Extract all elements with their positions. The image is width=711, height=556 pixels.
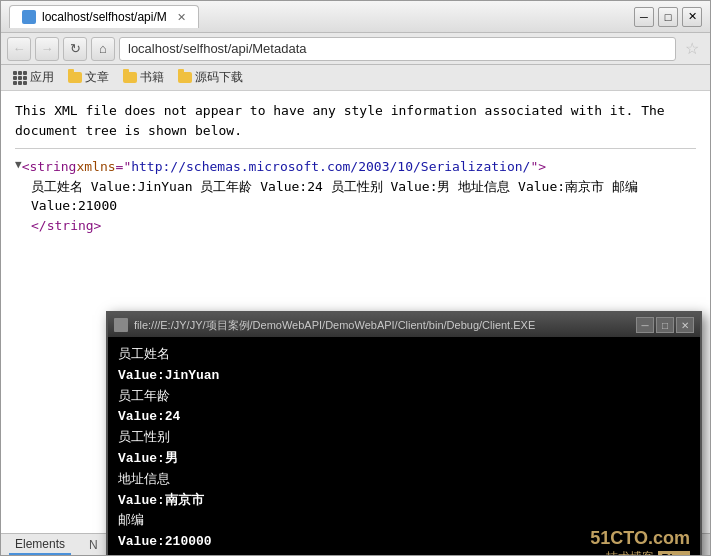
maximize-button[interactable]: □ <box>658 7 678 27</box>
terminal-line-6: Value:男 <box>118 449 690 470</box>
address-bar[interactable]: localhost/selfhost/api/Metadata <box>119 37 676 61</box>
tab-close-button[interactable]: ✕ <box>177 11 186 24</box>
terminal-line-9: 邮编 <box>118 511 690 532</box>
forward-button[interactable]: → <box>35 37 59 61</box>
xml-equals: =" <box>116 157 132 177</box>
collapse-triangle[interactable]: ▼ <box>15 157 22 174</box>
terminal-icon <box>114 318 128 332</box>
xml-content: This XML file does not appear to have an… <box>1 91 710 245</box>
xml-closing-tag: </string> <box>15 216 696 236</box>
close-button[interactable]: ✕ <box>682 7 702 27</box>
xml-attr-name: xmlns <box>76 157 115 177</box>
tab-favicon <box>22 10 36 24</box>
terminal-content: 员工姓名 Value:JinYuan 员工年龄 Value:24 员工性别 Va… <box>108 337 700 555</box>
content-area: This XML file does not appear to have an… <box>1 91 710 555</box>
folder-icon <box>68 72 82 83</box>
terminal-title-bar: file:///E:/JY/JY/项目案例/DemoWebAPI/DemoWeb… <box>108 313 700 337</box>
bookmark-source[interactable]: 源码下载 <box>172 67 249 88</box>
reload-button[interactable]: ↻ <box>63 37 87 61</box>
terminal-line-1: 员工姓名 <box>118 345 690 366</box>
folder-icon <box>178 72 192 83</box>
terminal-window: file:///E:/JY/JY/项目案例/DemoWebAPI/DemoWeb… <box>106 311 702 555</box>
navigation-bar: ← → ↻ ⌂ localhost/selfhost/api/Metadata … <box>1 33 710 65</box>
xml-open-tag: <string <box>22 157 77 177</box>
terminal-line-2: Value:JinYuan <box>118 366 690 387</box>
xml-string-element: ▼<string xmlns="http://schemas.microsoft… <box>15 157 696 177</box>
xml-tag-close: "> <box>530 157 546 177</box>
bookmark-books-label: 书籍 <box>140 69 164 86</box>
terminal-line-4: Value:24 <box>118 407 690 428</box>
folder-icon <box>123 72 137 83</box>
dev-tab-elements[interactable]: Elements <box>9 535 71 555</box>
xml-tree: ▼<string xmlns="http://schemas.microsoft… <box>15 157 696 235</box>
address-text: localhost/selfhost/api/Metadata <box>128 41 307 56</box>
xml-info-line1: This XML file does not appear to have an… <box>15 103 665 138</box>
terminal-close-button[interactable]: ✕ <box>676 317 694 333</box>
bookmark-star-button[interactable]: ☆ <box>680 37 704 61</box>
bookmark-source-label: 源码下载 <box>195 69 243 86</box>
terminal-line-5: 员工性别 <box>118 428 690 449</box>
terminal-line-3: 员工年龄 <box>118 387 690 408</box>
bookmark-apps-label: 应用 <box>30 69 54 86</box>
terminal-line-10: Value:210000 <box>118 532 690 553</box>
terminal-line-8: Value:南京市 <box>118 491 690 512</box>
bookmark-articles[interactable]: 文章 <box>62 67 115 88</box>
title-bar: localhost/selfhost/api/M ✕ ─ □ ✕ <box>1 1 710 33</box>
xml-end-tag: </string> <box>31 218 101 233</box>
bookmarks-bar: 应用 文章 书籍 源码下载 <box>1 65 710 91</box>
home-button[interactable]: ⌂ <box>91 37 115 61</box>
bookmark-articles-label: 文章 <box>85 69 109 86</box>
xml-info-text: This XML file does not appear to have an… <box>15 101 696 149</box>
terminal-line-7: 地址信息 <box>118 470 690 491</box>
terminal-title-text: file:///E:/JY/JY/项目案例/DemoWebAPI/DemoWeb… <box>134 318 630 333</box>
terminal-maximize-button[interactable]: □ <box>656 317 674 333</box>
window-controls: ─ □ ✕ <box>634 7 702 27</box>
terminal-cursor-line <box>118 553 690 555</box>
minimize-button[interactable]: ─ <box>634 7 654 27</box>
terminal-minimize-button[interactable]: ─ <box>636 317 654 333</box>
terminal-window-controls: ─ □ ✕ <box>636 317 694 333</box>
xml-text-content: 员工姓名 Value:JinYuan 员工年龄 Value:24 员工性别 Va… <box>15 177 696 216</box>
tab-label: localhost/selfhost/api/M <box>42 10 167 24</box>
xml-attr-value: http://schemas.microsoft.com/2003/10/Ser… <box>131 157 530 177</box>
back-button[interactable]: ← <box>7 37 31 61</box>
dev-tab-network[interactable]: N <box>83 536 104 554</box>
apps-icon <box>13 71 27 85</box>
xml-text-value: 员工姓名 Value:JinYuan 员工年龄 Value:24 员工性别 Va… <box>31 179 638 214</box>
bookmark-apps[interactable]: 应用 <box>7 67 60 88</box>
bookmark-books[interactable]: 书籍 <box>117 67 170 88</box>
browser-window: localhost/selfhost/api/M ✕ ─ □ ✕ ← → ↻ ⌂… <box>0 0 711 556</box>
browser-tab[interactable]: localhost/selfhost/api/M ✕ <box>9 5 199 28</box>
